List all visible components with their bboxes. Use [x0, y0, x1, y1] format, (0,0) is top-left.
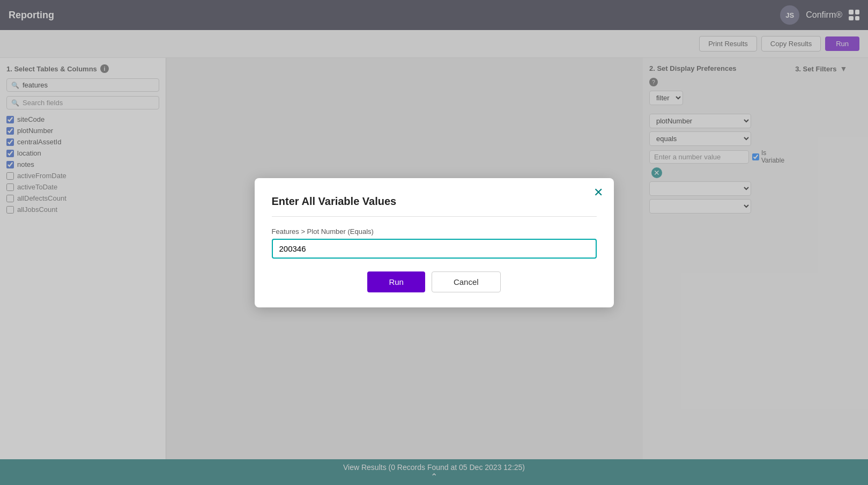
modal-title: Enter All Variable Values: [272, 195, 597, 208]
modal-close-button[interactable]: ✕: [593, 187, 603, 199]
modal-cancel-button[interactable]: Cancel: [432, 271, 501, 292]
modal: ✕ Enter All Variable Values Features > P…: [255, 178, 614, 307]
modal-value-input[interactable]: [272, 239, 597, 259]
modal-field-label: Features > Plot Number (Equals): [272, 227, 597, 236]
modal-run-button[interactable]: Run: [367, 271, 425, 292]
modal-actions: Run Cancel: [272, 271, 597, 292]
modal-overlay: ✕ Enter All Variable Values Features > P…: [0, 0, 868, 485]
modal-divider: [272, 216, 597, 217]
